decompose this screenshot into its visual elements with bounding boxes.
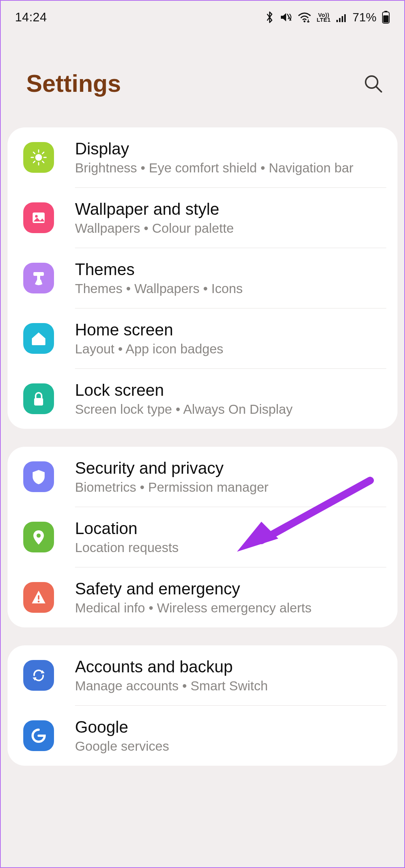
row-text: Security and privacyBiometrics • Permiss…	[75, 459, 386, 495]
pin-icon	[23, 522, 54, 552]
mute-icon	[280, 12, 292, 23]
svg-point-1	[304, 21, 306, 22]
row-subtitle: Location requests	[75, 540, 386, 555]
svg-rect-5	[344, 14, 346, 22]
sync-icon	[23, 660, 54, 691]
row-text: Accounts and backupManage accounts • Sma…	[75, 657, 386, 693]
settings-group: Accounts and backupManage accounts • Sma…	[8, 645, 398, 766]
row-text: Wallpaper and styleWallpapers • Colour p…	[75, 200, 386, 236]
row-text: Home screenLayout • App icon badges	[75, 320, 386, 356]
sun-icon	[23, 142, 54, 173]
image-icon	[23, 202, 54, 233]
settings-group: DisplayBrightness • Eye comfort shield •…	[8, 127, 398, 429]
battery-icon	[382, 11, 390, 24]
row-text: ThemesThemes • Wallpapers • Icons	[75, 260, 386, 296]
row-title: Themes	[75, 260, 386, 279]
svg-line-10	[376, 87, 381, 92]
settings-row[interactable]: ThemesThemes • Wallpapers • Icons	[8, 248, 398, 308]
shield-icon	[23, 461, 54, 492]
row-title: Location	[75, 519, 386, 538]
search-button[interactable]	[363, 73, 384, 94]
google-icon	[23, 720, 54, 751]
row-title: Accounts and backup	[75, 657, 386, 676]
row-title: Display	[75, 139, 386, 158]
warning-icon	[23, 582, 54, 613]
settings-row[interactable]: LocationLocation requests	[8, 507, 398, 567]
page-title: Settings	[26, 70, 121, 97]
row-subtitle: Medical info • Wireless emergency alerts	[75, 600, 386, 615]
settings-row[interactable]: Home screenLayout • App icon badges	[8, 308, 398, 368]
row-title: Wallpaper and style	[75, 200, 386, 218]
row-text: DisplayBrightness • Eye comfort shield •…	[75, 139, 386, 175]
row-subtitle: Layout • App icon badges	[75, 341, 386, 356]
row-subtitle: Screen lock type • Always On Display	[75, 402, 386, 417]
row-text: Lock screenScreen lock type • Always On …	[75, 381, 386, 417]
house-icon	[23, 323, 54, 354]
row-title: Lock screen	[75, 381, 386, 400]
settings-group: Security and privacyBiometrics • Permiss…	[8, 447, 398, 627]
page-header: Settings	[1, 32, 404, 127]
svg-rect-8	[383, 15, 388, 22]
row-subtitle: Wallpapers • Colour palette	[75, 221, 386, 236]
wifi-icon	[298, 12, 311, 22]
brush-icon	[23, 263, 54, 293]
settings-row[interactable]: Wallpaper and styleWallpapers • Colour p…	[8, 188, 398, 248]
status-time: 14:24	[15, 10, 47, 24]
row-subtitle: Biometrics • Permission manager	[75, 480, 386, 495]
status-indicators: Vo))LTE1 71%	[265, 10, 390, 24]
row-text: LocationLocation requests	[75, 519, 386, 555]
signal-icon	[336, 12, 347, 22]
row-title: Safety and emergency	[75, 579, 386, 598]
search-icon	[363, 73, 384, 94]
lock-icon	[23, 383, 54, 414]
row-text: Safety and emergencyMedical info • Wirel…	[75, 579, 386, 615]
svg-rect-3	[339, 18, 340, 22]
row-title: Security and privacy	[75, 459, 386, 477]
row-title: Google	[75, 718, 386, 736]
status-bar: 14:24 Vo))LTE1 71%	[1, 2, 404, 32]
settings-row[interactable]: DisplayBrightness • Eye comfort shield •…	[8, 127, 398, 187]
settings-row[interactable]: Lock screenScreen lock type • Always On …	[8, 369, 398, 429]
svg-rect-2	[336, 20, 338, 22]
row-subtitle: Brightness • Eye comfort shield • Naviga…	[75, 160, 386, 175]
settings-row[interactable]: GoogleGoogle services	[8, 706, 398, 766]
row-subtitle: Google services	[75, 739, 386, 754]
row-subtitle: Manage accounts • Smart Switch	[75, 678, 386, 693]
row-title: Home screen	[75, 320, 386, 339]
row-subtitle: Themes • Wallpapers • Icons	[75, 281, 386, 296]
settings-row[interactable]: Accounts and backupManage accounts • Sma…	[8, 645, 398, 705]
svg-rect-4	[342, 16, 343, 22]
battery-percent: 71%	[352, 10, 376, 24]
settings-row[interactable]: Security and privacyBiometrics • Permiss…	[8, 447, 398, 507]
settings-row[interactable]: Safety and emergencyMedical info • Wirel…	[8, 567, 398, 627]
volte-icon: Vo))LTE1	[316, 12, 331, 22]
bluetooth-icon	[265, 11, 274, 24]
row-text: GoogleGoogle services	[75, 718, 386, 754]
